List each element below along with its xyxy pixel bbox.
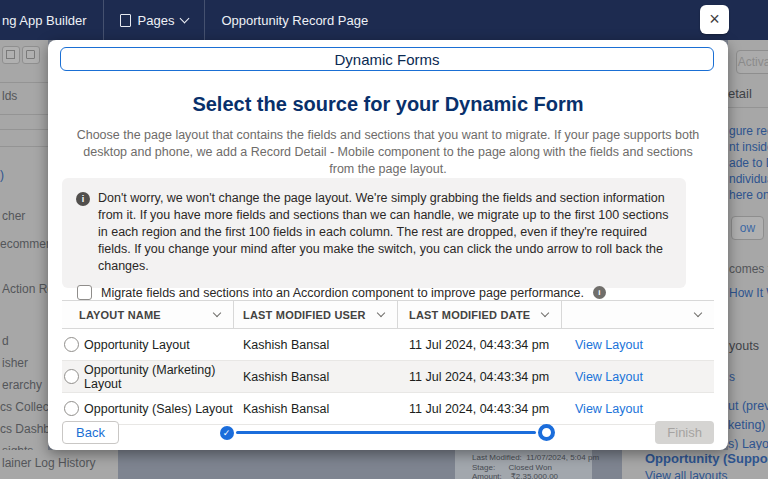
layout-link-fragment: ut (previe bbox=[728, 399, 768, 413]
current-page-name: Opportunity Record Page bbox=[205, 0, 384, 40]
layout-table: LAYOUT NAME LAST MODIFIED USER LAST MODI… bbox=[62, 300, 714, 425]
back-button[interactable]: Back bbox=[62, 421, 119, 444]
panel-text-line: here on t bbox=[729, 188, 768, 202]
info-icon: i bbox=[76, 192, 90, 206]
layouts-label: youts bbox=[729, 339, 759, 353]
chevron-down-icon bbox=[213, 309, 221, 317]
pages-menu[interactable]: Pages bbox=[104, 0, 205, 40]
modified-date: 11 Jul 2024, 04:43:34 pm bbox=[398, 370, 562, 384]
component-item: erarchy bbox=[2, 378, 42, 392]
modal-title: Dynamic Forms bbox=[60, 47, 714, 71]
app-builder-navbar: ng App Builder Pages Opportunity Record … bbox=[0, 0, 768, 40]
clipboard-icon bbox=[22, 46, 40, 64]
close-icon: × bbox=[709, 9, 720, 30]
modified-user: Kashish Bansal bbox=[234, 370, 398, 384]
layout-link-fragment: keting) La bbox=[728, 418, 768, 432]
modified-date: 11 Jul 2024, 04:43:34 pm bbox=[398, 338, 562, 352]
chevron-down-icon bbox=[180, 14, 190, 24]
modified-user: Kashish Bansal bbox=[234, 402, 398, 416]
close-button[interactable]: × bbox=[700, 5, 729, 34]
copy-icon bbox=[2, 46, 20, 64]
app-builder-title: ng App Builder bbox=[0, 0, 103, 40]
log-history-item: lainer Log History bbox=[2, 456, 95, 470]
panel-text-line: comes fr bbox=[729, 262, 768, 276]
layout-name: Opportunity Layout bbox=[84, 338, 190, 352]
layout-link-fragment: s) Layout bbox=[728, 437, 768, 451]
step-complete-icon: ✓ bbox=[220, 426, 234, 440]
panel-link-fragment: ) bbox=[0, 168, 4, 182]
checkbox-label: Migrate fields and sections into an Acco… bbox=[101, 286, 584, 300]
view-all-layouts-link: View all layouts bbox=[645, 469, 728, 479]
chevron-down-icon bbox=[694, 309, 702, 317]
modal-heading: Select the source for your Dynamic Form bbox=[48, 93, 728, 116]
pages-menu-label: Pages bbox=[138, 13, 175, 28]
record-field: Amount: ₹2,35,000.00 bbox=[472, 472, 558, 479]
header-actions[interactable] bbox=[562, 301, 714, 328]
record-field: Stage: Closed Won bbox=[472, 463, 552, 472]
dynamic-forms-modal: Dynamic Forms Select the source for your… bbox=[48, 40, 728, 450]
support-layout-link: Opportunity (Support) Lay bbox=[645, 451, 768, 466]
note-text: Don't worry, we won't change the page la… bbox=[98, 190, 672, 275]
divider bbox=[0, 146, 48, 147]
component-item: d bbox=[2, 334, 9, 348]
progress-indicator: ✓ bbox=[220, 424, 555, 441]
finish-button[interactable]: Finish bbox=[655, 421, 714, 444]
component-item: cher bbox=[2, 209, 25, 223]
header-last-modified-user[interactable]: LAST MODIFIED USER bbox=[234, 301, 398, 328]
radio-button[interactable] bbox=[64, 401, 79, 416]
header-last-modified-date[interactable]: LAST MODIFIED DATE bbox=[398, 301, 562, 328]
accordion-option-row: Migrate fields and sections into an Acco… bbox=[77, 285, 672, 300]
panel-link-fragment: s bbox=[729, 370, 735, 384]
component-item: cs Collecti bbox=[0, 400, 55, 414]
record-field: Last Modified: 11/07/2024, 5:04 pm bbox=[472, 453, 599, 462]
panel-text-line: ndividual bbox=[729, 172, 768, 186]
page-icon bbox=[120, 14, 131, 27]
divider bbox=[728, 107, 768, 108]
radio-button[interactable] bbox=[64, 337, 79, 352]
view-layout-link[interactable]: View Layout bbox=[575, 402, 643, 416]
table-header: LAYOUT NAME LAST MODIFIED USER LAST MODI… bbox=[62, 300, 714, 329]
info-note: i Don't worry, we won't change the page … bbox=[62, 178, 686, 288]
panel-text-line: nt inside t bbox=[729, 140, 768, 154]
table-row: Opportunity Layout Kashish Bansal 11 Jul… bbox=[62, 329, 714, 361]
step-current-icon bbox=[538, 424, 555, 441]
panel-label-fields: lds bbox=[2, 89, 17, 103]
learn-how-button: ow bbox=[731, 216, 764, 240]
modified-user: Kashish Bansal bbox=[234, 338, 398, 352]
modified-date: 11 Jul 2024, 04:43:34 pm bbox=[398, 402, 562, 416]
accordion-checkbox[interactable] bbox=[77, 285, 92, 300]
header-layout-name[interactable]: LAYOUT NAME bbox=[62, 301, 234, 328]
panel-text-line: ade to Dy bbox=[729, 156, 768, 170]
view-layout-link[interactable]: View Layout bbox=[575, 370, 643, 384]
modal-footer: Back ✓ Finish bbox=[62, 421, 714, 444]
radio-button[interactable] bbox=[64, 369, 79, 384]
panel-tab-detail: etail bbox=[728, 86, 752, 101]
divider bbox=[0, 129, 48, 130]
how-it-works-link: How It W bbox=[729, 286, 768, 300]
chevron-down-icon bbox=[377, 309, 385, 317]
panel-text-line: gure reco bbox=[729, 124, 768, 138]
info-icon[interactable]: i bbox=[593, 286, 606, 299]
component-item: isher bbox=[2, 356, 28, 370]
divider bbox=[0, 114, 48, 115]
layout-name: Opportunity (Marketing) Layout bbox=[84, 363, 234, 391]
layout-name: Opportunity (Sales) Layout bbox=[84, 402, 233, 416]
view-layout-link[interactable]: View Layout bbox=[575, 338, 643, 352]
divider bbox=[0, 82, 48, 83]
modal-description: Choose the page layout that contains the… bbox=[73, 127, 703, 178]
progress-line bbox=[236, 431, 536, 434]
activation-button: Activa bbox=[736, 50, 768, 74]
app-builder-title-text: ng App Builder bbox=[2, 13, 87, 28]
chevron-down-icon bbox=[541, 309, 549, 317]
table-row: Opportunity (Marketing) Layout Kashish B… bbox=[62, 361, 714, 393]
properties-panel bbox=[728, 40, 768, 450]
screen: lds ) cher ecommend Action Rem d isher e… bbox=[0, 0, 768, 479]
